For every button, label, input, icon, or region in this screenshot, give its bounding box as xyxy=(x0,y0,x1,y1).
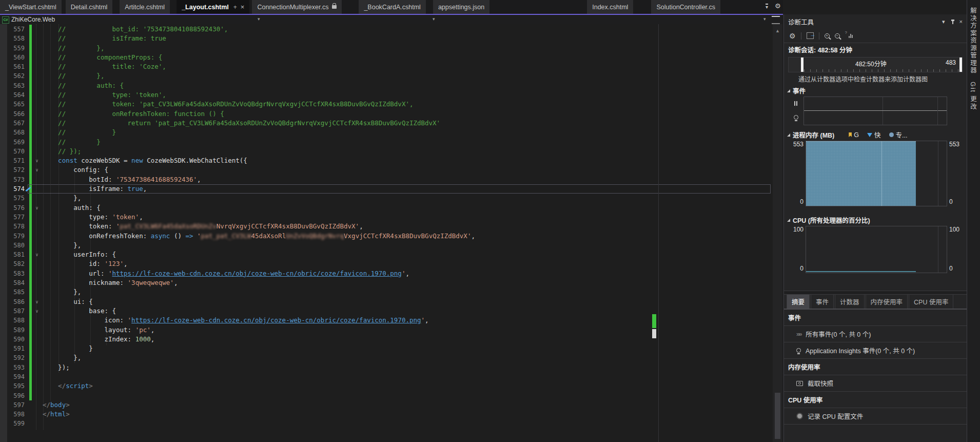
project-dropdown-icon[interactable]: ▾ xyxy=(258,16,260,22)
fold-chevron-icon[interactable]: ∨ xyxy=(33,297,41,306)
export-icon[interactable] xyxy=(807,32,814,39)
code-line[interactable]: 588 icon: 'https://lf-coze-web-cdn.coze.… xyxy=(0,316,783,325)
diag-tab[interactable]: 计数器 xyxy=(835,294,865,309)
summary-row[interactable]: 记录 CPU 配置文件 xyxy=(784,408,967,425)
zoom-in-icon[interactable]: + xyxy=(825,33,830,39)
code-line[interactable]: 595 </script> xyxy=(0,381,783,391)
code-line[interactable]: 582 id: '123', xyxy=(0,259,783,268)
fold-chevron-icon[interactable]: ∨ xyxy=(33,165,41,175)
file-tab[interactable]: _BookCardA.cshtml xyxy=(359,0,425,14)
code-line[interactable]: 565 // token: 'pat_CV3LW6Fa45daXsoRDUnZv… xyxy=(0,100,783,109)
summary-row[interactable]: Application Insights 事件(0 个, 共 0 个) xyxy=(784,342,967,359)
file-tab[interactable]: ConnectionMultiplexer.cs xyxy=(252,0,342,14)
code-line[interactable]: 596 xyxy=(0,391,783,400)
collapse-triangle-icon[interactable] xyxy=(787,89,790,92)
code-line[interactable]: 594 xyxy=(0,372,783,381)
settings-gear-icon[interactable]: ⚙ xyxy=(789,32,796,40)
code-line[interactable]: 589 layout: 'pc', xyxy=(0,325,783,335)
collapse-triangle-icon[interactable] xyxy=(787,133,790,137)
add-counter-chart-icon[interactable] xyxy=(845,34,853,38)
code-line[interactable]: 561 // title: 'Coze', xyxy=(0,62,783,71)
code-line[interactable]: 570 // }); xyxy=(0,147,783,156)
scroll-up-icon[interactable]: ▲ xyxy=(773,28,782,33)
collapse-triangle-icon[interactable] xyxy=(787,219,790,222)
file-tab[interactable]: Artitcle.cshtml xyxy=(120,0,170,14)
legend-item[interactable]: G xyxy=(849,131,859,139)
code-line[interactable]: 587∨ base: { xyxy=(0,306,783,316)
project-selector[interactable]: ZhiKeCore.Web xyxy=(11,16,55,23)
code-line[interactable]: 567 // return 'pat_pat_CV3LW6Fa45daXsoRD… xyxy=(0,119,783,128)
code-line[interactable]: 585 }, xyxy=(0,287,783,297)
file-tab[interactable]: appsettings.json xyxy=(433,0,489,14)
panel-menu-icon[interactable]: ▾ xyxy=(942,18,945,25)
code-line[interactable]: 598</html> xyxy=(0,410,783,419)
panel-header[interactable]: 诊断工具 ▾ × xyxy=(784,14,967,29)
diag-tab[interactable]: 事件 xyxy=(811,294,834,309)
code-line[interactable]: 575 }, xyxy=(0,194,783,203)
code-line[interactable]: 583 url: 'https://lf-coze-web-cdn.coze.c… xyxy=(0,269,783,278)
side-tab-git-changes[interactable]: Git 更改 xyxy=(970,82,978,110)
code-line[interactable]: 586∨ ui: { xyxy=(0,297,783,306)
code-line[interactable]: 572∨ config: { xyxy=(0,165,783,175)
file-tab[interactable]: _Layout.cshtml+× xyxy=(177,0,249,14)
summary-row[interactable]: 截取快照 xyxy=(784,375,967,392)
scroll-thumb-mark[interactable] xyxy=(652,329,656,338)
code-line[interactable]: 576∨ auth: { xyxy=(0,203,783,213)
zoom-out-icon[interactable]: − xyxy=(835,33,840,39)
code-line[interactable]: 564 // type: 'token', xyxy=(0,90,783,100)
tab-overflow-icon[interactable]: ▾ xyxy=(766,4,768,10)
fold-chevron-icon[interactable]: ∨ xyxy=(33,156,41,165)
pin-icon[interactable] xyxy=(952,20,953,24)
code-line[interactable]: 558 // isIframe: true xyxy=(0,34,783,43)
legend-item[interactable]: 专... xyxy=(889,130,908,140)
pin-tab-icon[interactable]: + xyxy=(233,4,237,11)
code-line[interactable]: 566 // onRefreshToken: function () { xyxy=(0,109,783,119)
diag-tab[interactable]: 摘要 xyxy=(787,294,810,309)
legend-item[interactable]: 快 xyxy=(867,130,881,140)
cpu-section-header[interactable]: CPU (所有处理器的百分比) xyxy=(784,214,967,226)
code-line[interactable]: 569 // } xyxy=(0,138,783,147)
code-line[interactable]: 560 // componentProps: { xyxy=(0,53,783,62)
code-line[interactable]: 580 }, xyxy=(0,241,783,250)
code-line[interactable]: 579 onRefreshToken: async () => 'pat_pat… xyxy=(0,232,783,241)
code-line[interactable]: 590 zIndex: 1000, xyxy=(0,335,783,344)
code-line[interactable]: 578 token: 'pat_CV3LW6Fa45daXsoRDUnZvNvr… xyxy=(0,222,783,231)
type-dropdown-icon[interactable]: ▾ xyxy=(433,16,435,22)
file-tab[interactable]: Detail.cshtml xyxy=(66,0,113,14)
close-icon[interactable]: × xyxy=(959,18,963,25)
code-line[interactable]: 574 isIframe: true, xyxy=(0,184,783,194)
fold-chevron-icon[interactable]: ∨ xyxy=(33,203,41,213)
code-line[interactable]: 557 // bot_id: '7534738041088592430', xyxy=(0,25,783,34)
code-editor[interactable]: 557 // bot_id: '7534738041088592430',558… xyxy=(0,24,783,442)
code-line[interactable]: 571∨ const cozeWebSDK = new CozeWebSDK.W… xyxy=(0,156,783,165)
code-line[interactable]: 593 }); xyxy=(0,363,783,372)
code-line[interactable]: 577 type: 'token', xyxy=(0,213,783,222)
close-tab-icon[interactable]: × xyxy=(241,3,245,11)
pause-icon[interactable] xyxy=(794,101,797,106)
scrollbar-thumb[interactable] xyxy=(775,393,780,439)
code-line[interactable]: 562 // }, xyxy=(0,71,783,81)
fold-chevron-icon[interactable]: ∨ xyxy=(33,306,41,316)
fold-chevron-icon[interactable]: ∨ xyxy=(33,250,41,259)
events-section-header[interactable]: 事件 xyxy=(784,84,967,97)
code-line[interactable]: 599 xyxy=(0,419,783,428)
memory-section-header[interactable]: 进程内存 (MB) G快专... xyxy=(784,128,967,141)
split-window-handle-icon[interactable] xyxy=(772,16,780,24)
diag-tab[interactable]: 内存使用率 xyxy=(866,294,908,309)
code-line[interactable]: 559 // }, xyxy=(0,44,783,53)
code-line[interactable]: 584 nickname: '3qweqweqwe', xyxy=(0,278,783,287)
member-dropdown-icon[interactable]: ▾ xyxy=(763,16,766,22)
session-timeline[interactable]: 482:50分钟 483 xyxy=(788,57,963,72)
timeline-left-handle[interactable] xyxy=(801,57,803,72)
side-tab-solution-explorer[interactable]: 解决方案资源管理器 xyxy=(970,7,978,74)
code-line[interactable]: 592 }, xyxy=(0,353,783,362)
code-line[interactable]: 591 } xyxy=(0,344,783,353)
editor-vertical-scrollbar[interactable]: ▲ xyxy=(773,24,782,442)
summary-row[interactable]: »»所有事件(0 个, 共 0 个) xyxy=(784,326,967,342)
code-line[interactable]: 573 botId: '7534738641688592436', xyxy=(0,175,783,184)
file-tab[interactable]: _ViewStart.cshtml xyxy=(0,0,62,14)
code-line[interactable]: 581∨ userInfo: { xyxy=(0,250,783,259)
timeline-right-handle[interactable] xyxy=(959,57,962,72)
file-tab[interactable]: SolutionController.cs xyxy=(651,0,720,14)
diag-tab[interactable]: CPU 使用率 xyxy=(909,294,953,309)
